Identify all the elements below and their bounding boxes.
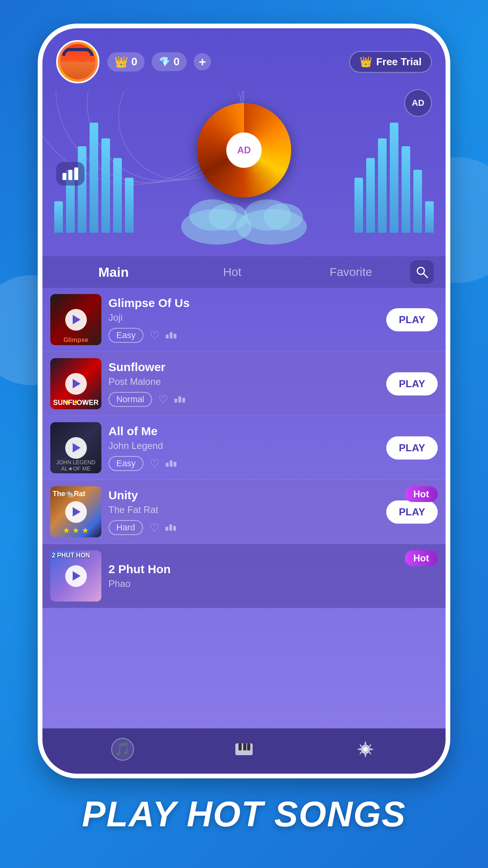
avatar-face — [60, 44, 95, 79]
bar-r5 — [402, 146, 410, 233]
play-btn-allofme[interactable] — [65, 437, 87, 459]
play-btn-joji[interactable] — [65, 309, 87, 331]
tab-bar: Main Hot Favorite — [42, 256, 446, 288]
stats-bar-2 — [68, 170, 72, 180]
heart-icon-allofme[interactable]: ♡ — [150, 457, 160, 470]
gem-icon: 💎 — [159, 56, 171, 67]
vinyl-record[interactable]: AD — [197, 103, 291, 197]
bar-r4 — [390, 123, 398, 233]
gold-value: 0 — [131, 55, 138, 68]
svg-line-1 — [424, 274, 427, 278]
free-trial-crown-icon: 👑 — [360, 56, 372, 68]
song-artist-unity: The Fat Rat — [108, 504, 379, 515]
chart-icon-joji[interactable] — [166, 332, 176, 338]
bottom-nav: 🎵 — [42, 728, 446, 774]
bar-r7 — [425, 201, 434, 233]
tab-favorite[interactable]: Favorite — [292, 265, 410, 279]
visualizer-area: AD — [42, 91, 446, 256]
song-row-allofme: JOHN LEGENDAL★OF ME All of Me John Legen… — [42, 416, 446, 480]
song-controls-sunflower: Normal ♡ — [108, 392, 379, 407]
svg-text:🎵: 🎵 — [115, 741, 130, 756]
song-artist-sunflower: Post Malone — [108, 376, 379, 387]
stats-icon[interactable] — [56, 162, 84, 186]
unity-thumb-label: The🐀Rat — [53, 489, 85, 498]
free-trial-label: Free Trial — [376, 56, 422, 68]
gem-currency[interactable]: 💎 0 — [152, 52, 187, 71]
play-button-allofme[interactable]: PLAY — [386, 436, 438, 460]
crown-icon: 👑 — [114, 55, 128, 68]
play-button-unity[interactable]: PLAY — [386, 500, 438, 524]
song-row-unity: Hot ★ ★ ★ The🐀Rat Unity The Fat Rat — [42, 480, 446, 544]
nav-settings[interactable] — [352, 736, 378, 762]
gold-currency[interactable]: 👑 0 — [107, 52, 145, 72]
currency-group: 👑 0 💎 0 + — [107, 52, 211, 72]
search-button[interactable] — [410, 260, 434, 284]
play-button-joji[interactable]: PLAY — [386, 308, 438, 331]
difficulty-badge-unity: Hard — [108, 520, 143, 535]
play-triangle-joji — [73, 315, 81, 324]
chart-icon-allofme[interactable] — [166, 460, 176, 467]
play-btn-unity[interactable] — [65, 501, 87, 523]
song-title-allofme: All of Me — [108, 425, 379, 438]
play-triangle-unity — [73, 507, 81, 517]
bar-r1 — [354, 178, 363, 233]
unity-stars-row: ★ ★ ★ — [52, 526, 100, 535]
play-triangle-sunflower — [73, 379, 81, 388]
song-thumb-unity: ★ ★ ★ The🐀Rat — [50, 486, 101, 537]
song-list: Glimpse Glimpse Of Us Joji Easy ♡ — [42, 288, 446, 728]
play-btn-phao[interactable] — [65, 565, 87, 587]
play-btn-sunflower[interactable] — [65, 373, 87, 395]
song-row-sunflower: SUNFLOWER ★ ★ ★ Sunflower Post Malone No… — [42, 352, 446, 416]
song-controls-allofme: Easy ♡ — [108, 456, 379, 471]
difficulty-badge-joji: Easy — [108, 328, 143, 343]
song-info-unity: Unity The Fat Rat Hard ♡ — [101, 489, 386, 535]
song-info-joji: Glimpse Of Us Joji Easy ♡ — [101, 296, 386, 343]
chart-icon-sunflower[interactable] — [174, 396, 185, 403]
stats-bar-1 — [62, 173, 66, 180]
svg-rect-5 — [238, 743, 242, 750]
tab-hot[interactable]: Hot — [173, 265, 292, 279]
nav-music[interactable]: 🎵 — [110, 736, 136, 762]
free-trial-button[interactable]: 👑 Free Trial — [349, 51, 432, 73]
joji-thumb-label: Glimpse — [52, 337, 100, 344]
avatar[interactable] — [56, 40, 99, 83]
tab-main[interactable]: Main — [54, 265, 173, 280]
svg-point-10 — [363, 747, 367, 751]
phao-thumb-label: 2 PHUT HON — [52, 552, 90, 559]
bar-r2 — [366, 158, 375, 233]
difficulty-badge-allofme: Easy — [108, 456, 143, 471]
song-title-phao: 2 Phut Hon — [108, 563, 431, 576]
song-thumb-allofme: JOHN LEGENDAL★OF ME — [50, 422, 101, 473]
top-bar: 👑 0 💎 0 + 👑 Free Trial — [42, 28, 446, 91]
music-note-icon: 🎵 — [110, 736, 136, 762]
cloud-right — [236, 209, 307, 245]
hot-badge-phao: Hot — [405, 550, 438, 566]
song-info-allofme: All of Me John Legend Easy ♡ — [101, 425, 386, 471]
stats-bars-visual — [62, 167, 78, 180]
song-thumb-sunflower: SUNFLOWER ★ ★ ★ — [50, 358, 101, 409]
chart-icon-unity[interactable] — [165, 524, 176, 531]
phone-frame: 👑 0 💎 0 + 👑 Free Trial AD — [38, 24, 450, 778]
nav-piano[interactable] — [231, 736, 257, 762]
svg-rect-7 — [247, 743, 250, 750]
piano-icon — [231, 736, 257, 762]
heart-icon-unity[interactable]: ♡ — [149, 521, 159, 534]
hot-badge-unity: Hot — [405, 486, 438, 502]
song-title-sunflower: Sunflower — [108, 360, 379, 374]
play-button-sunflower[interactable]: PLAY — [386, 372, 438, 395]
song-row-glimpse: Glimpse Glimpse Of Us Joji Easy ♡ — [42, 288, 446, 352]
play-triangle-phao — [73, 571, 81, 581]
heart-icon-sunflower[interactable]: ♡ — [158, 393, 168, 406]
song-controls-unity: Hard ♡ — [108, 520, 379, 535]
sunflower-stars: ★ ★ ★ — [50, 397, 101, 409]
allofme-thumb-label: JOHN LEGENDAL★OF ME — [52, 459, 100, 472]
ad-badge-top-right[interactable]: AD — [404, 89, 432, 117]
difficulty-badge-sunflower: Normal — [108, 392, 152, 407]
bottom-tagline: PLAY HOT SONGS — [66, 794, 422, 835]
heart-icon-joji[interactable]: ♡ — [150, 329, 160, 342]
svg-rect-6 — [243, 743, 246, 750]
add-currency-button[interactable]: + — [194, 53, 211, 70]
song-artist-allofme: John Legend — [108, 440, 379, 451]
song-title-unity: Unity — [108, 489, 379, 502]
visualizer-bars-right — [354, 123, 434, 233]
